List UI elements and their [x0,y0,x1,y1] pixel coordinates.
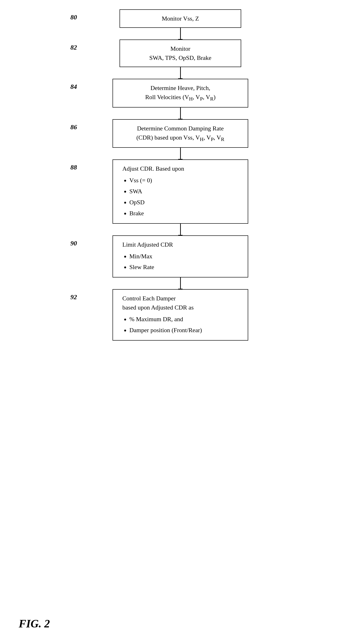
diagram-container: 80 Monitor Vss, Z 82 Monitor SWA, TPS, O… [0,0,342,644]
step-84-line2: Roll Velocities (VH, VP, VR) [145,94,216,100]
step-90-container: 90 Limit Adjusted CDR Min/Max Slew Rate [99,236,262,278]
step-88-box: Adjust CDR. Based upon Vss (= 0) SWA OpS… [113,160,248,224]
step-90-box: Limit Adjusted CDR Min/Max Slew Rate [113,236,248,278]
step-86-line2: (CDR) based upon Vss, VH, VP, VR [136,134,224,141]
step-82-label: 82 [70,44,77,51]
step-88-item-3: OpSD [129,197,238,208]
step-90-list: Min/Max Slew Rate [122,251,238,273]
step-86-line1: Determine Common Damping Rate [137,125,224,132]
arrow-5 [180,224,181,236]
step-90-item-1: Min/Max [129,251,238,262]
step-88-label: 88 [70,164,77,171]
step-92-item-2: Damper position (Front/Rear) [129,325,238,336]
step-92-title: Control Each Damperbased upon Adjusted C… [122,294,238,312]
step-88-title: Adjust CDR. Based upon [122,164,238,173]
step-82-line1: Monitor [170,45,190,52]
step-88-list: Vss (= 0) SWA OpSD Brake [122,175,238,219]
step-86-box: Determine Common Damping Rate (CDR) base… [113,119,248,148]
step-90-label: 90 [70,240,77,247]
arrow-1 [180,28,181,40]
flow-wrapper: 80 Monitor Vss, Z 82 Monitor SWA, TPS, O… [99,9,262,340]
step-88-container: 88 Adjust CDR. Based upon Vss (= 0) SWA … [99,160,262,224]
step-80-label: 80 [70,14,77,21]
step-84-line1: Determine Heave, Pitch, [150,84,210,92]
step-80-box: Monitor Vss, Z [120,9,241,28]
step-92-item-1: % Maximum DR, and [129,314,238,325]
step-92-box: Control Each Damperbased upon Adjusted C… [113,289,248,340]
step-88-item-1: Vss (= 0) [129,175,238,186]
arrow-6 [180,278,181,289]
step-90-item-2: Slew Rate [129,262,238,273]
step-92-label: 92 [70,293,77,301]
step-82-box: Monitor SWA, TPS, OpSD, Brake [120,40,241,67]
step-84-container: 84 Determine Heave, Pitch, Roll Velociti… [99,79,262,108]
step-80-container: 80 Monitor Vss, Z [99,9,262,28]
step-92-list: % Maximum DR, and Damper position (Front… [122,314,238,336]
step-84-box: Determine Heave, Pitch, Roll Velocities … [113,79,248,108]
figure-label: FIG. 2 [19,617,50,630]
step-90-title: Limit Adjusted CDR [122,240,238,249]
arrow-4 [180,148,181,160]
step-82-container: 82 Monitor SWA, TPS, OpSD, Brake [99,40,262,67]
step-86-container: 86 Determine Common Damping Rate (CDR) b… [99,119,262,148]
step-88-item-2: SWA [129,186,238,197]
step-88-item-4: Brake [129,208,238,219]
arrow-2 [180,67,181,79]
step-84-label: 84 [70,83,77,90]
step-80-text: Monitor Vss, Z [162,15,199,22]
step-86-label: 86 [70,124,77,131]
step-82-line2: SWA, TPS, OpSD, Brake [149,54,211,61]
step-92-container: 92 Control Each Damperbased upon Adjuste… [99,289,262,340]
arrow-3 [180,108,181,119]
